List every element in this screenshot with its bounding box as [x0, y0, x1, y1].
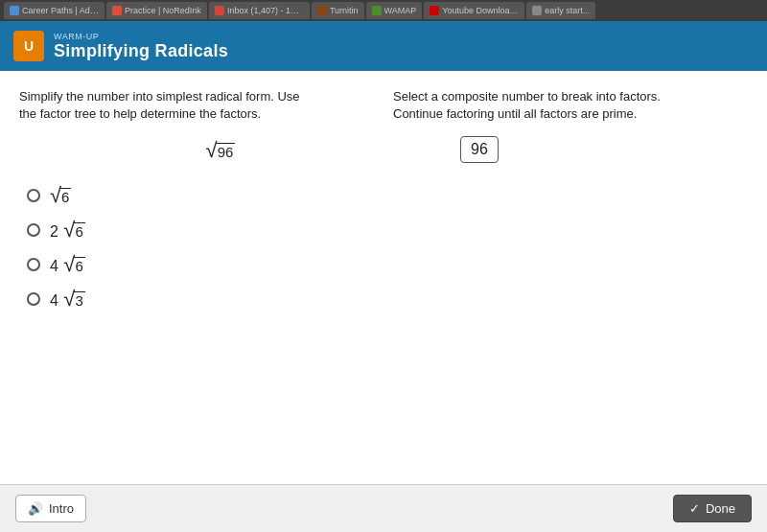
choice-d-text: 4 √ 3 [50, 289, 85, 310]
tab-label-noredink: Practice | NoRedInk [125, 6, 201, 15]
problem-expression: √ 96 [67, 140, 374, 162]
left-column: Simplify the number into simplest radica… [19, 88, 374, 474]
app-icon-label: U [24, 38, 34, 54]
right-instructions: Select a composite number to break into … [393, 88, 690, 123]
tab-favicon-turnitin [317, 6, 327, 15]
tab-favicon-wamap [372, 6, 382, 15]
done-button[interactable]: ✓ Done [673, 495, 752, 522]
checkmark-icon: ✓ [689, 501, 700, 516]
choice-b-text: 2 √ 6 [50, 220, 85, 241]
main-content: U Warm-Up Simplifying Radicals Simplify … [0, 21, 767, 532]
bottom-bar: 🔊 Intro ✓ Done [0, 484, 767, 532]
content-panel: Simplify the number into simplest radica… [0, 71, 767, 484]
choice-d[interactable]: 4 √ 3 [27, 289, 374, 310]
tab-label-wamap: WAMAP [384, 6, 417, 15]
tab-favicon-youtube [430, 6, 439, 15]
choice-a[interactable]: √ 6 [27, 185, 374, 206]
tab-label-career: Career Paths | Adve... [22, 6, 99, 15]
done-label: Done [706, 501, 735, 516]
speaker-icon: 🔊 [28, 501, 43, 516]
problem-radical: √ 96 [206, 140, 236, 161]
tab-youtube[interactable]: Youtube Download _ [424, 2, 524, 19]
tab-favicon-inbox [215, 6, 224, 15]
tab-favicon-early [532, 6, 542, 15]
tab-early-start[interactable]: early start... [526, 2, 595, 19]
choice-c-text: 4 √ 6 [50, 254, 85, 275]
radio-d[interactable] [27, 292, 40, 306]
factor-start-box[interactable]: 96 [460, 136, 499, 163]
app-header: U Warm-Up Simplifying Radicals [0, 21, 767, 71]
tab-favicon-noredink [112, 6, 122, 15]
left-instructions: Simplify the number into simplest radica… [19, 88, 316, 123]
radio-b[interactable] [27, 223, 40, 237]
choice-b[interactable]: 2 √ 6 [27, 220, 374, 241]
page-title: Simplifying Radicals [54, 41, 228, 61]
browser-tab-bar: Career Paths | Adve... Practice | NoRedI… [0, 0, 767, 21]
tab-label-early: early start... [545, 6, 590, 15]
tab-turnitin[interactable]: Turnitin [312, 2, 364, 19]
right-column: Select a composite number to break into … [393, 88, 748, 474]
choice-a-text: √ 6 [50, 185, 71, 206]
tab-favicon-career [10, 6, 19, 15]
intro-label: Intro [49, 501, 74, 516]
tab-inbox[interactable]: Inbox (1,407) - 109... [209, 2, 310, 19]
radical-number: 96 [216, 143, 236, 160]
warm-up-label: Warm-Up [54, 32, 228, 41]
intro-button[interactable]: 🔊 Intro [15, 495, 86, 522]
radio-a[interactable] [27, 189, 40, 202]
choice-c[interactable]: 4 √ 6 [27, 254, 374, 275]
tab-wamap[interactable]: WAMAP [366, 2, 423, 19]
tab-label-turnitin: Turnitin [330, 6, 359, 15]
tab-noredink[interactable]: Practice | NoRedInk [106, 2, 207, 19]
tab-career-paths[interactable]: Career Paths | Adve... [4, 2, 105, 19]
tab-label-youtube: Youtube Download _ [442, 6, 519, 15]
choices-list: √ 6 2 √ 6 [27, 185, 374, 310]
header-title-area: Warm-Up Simplifying Radicals [54, 32, 228, 61]
radio-c[interactable] [27, 258, 40, 271]
tab-label-inbox: Inbox (1,407) - 109... [227, 6, 304, 15]
app-icon: U [13, 31, 44, 61]
two-column-layout: Simplify the number into simplest radica… [0, 71, 767, 484]
